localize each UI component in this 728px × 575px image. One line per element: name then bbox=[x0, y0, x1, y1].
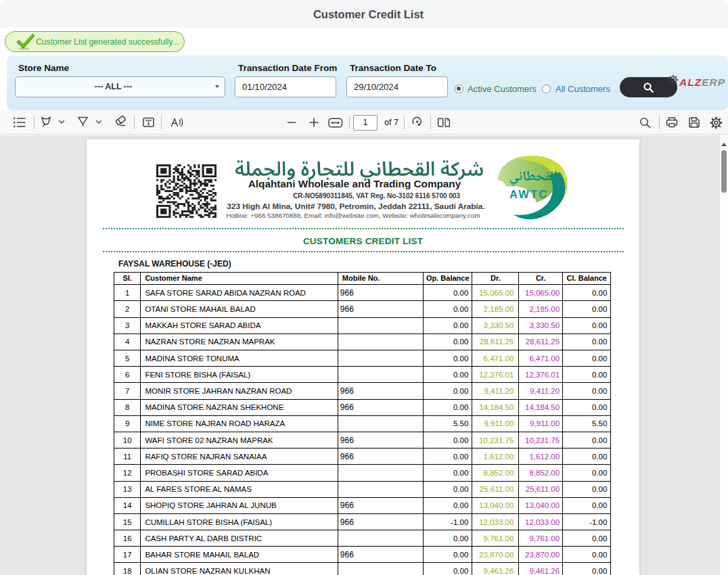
svg-text:AWTC: AWTC bbox=[509, 188, 548, 200]
